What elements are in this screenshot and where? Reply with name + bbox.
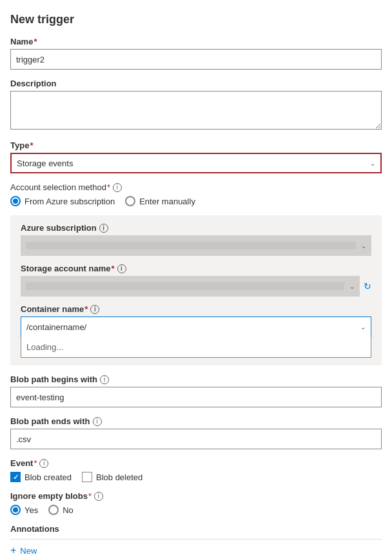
storage-account-refresh-icon[interactable]: ↻ xyxy=(364,281,371,291)
ignore-empty-blobs-label: Ignore empty blobs xyxy=(10,491,88,501)
event-info-icon[interactable]: i xyxy=(39,459,48,468)
account-selection-radio-group: From Azure subscription Enter manually xyxy=(10,196,382,206)
annotations-label: Annotations xyxy=(10,524,382,534)
blob-path-begins-input[interactable] xyxy=(10,387,382,407)
radio-enter-manually[interactable]: Enter manually xyxy=(125,196,195,206)
radio-enter-manually-label: Enter manually xyxy=(139,197,195,206)
type-dropdown[interactable]: Storage events ⌄ xyxy=(10,153,382,173)
azure-subscription-bar xyxy=(26,242,356,249)
account-selection-info-icon[interactable]: i xyxy=(113,183,122,192)
blob-path-ends-info-icon[interactable]: i xyxy=(93,417,102,426)
blob-path-begins-info-icon[interactable]: i xyxy=(100,375,109,384)
container-name-label: Container name * i xyxy=(21,304,371,314)
radio-enter-manually-circle xyxy=(125,196,135,206)
type-label: Type* xyxy=(10,141,382,150)
page-title: New trigger xyxy=(10,13,382,26)
blob-path-begins-field-group: Blob path begins with i xyxy=(10,375,382,407)
description-field-group: Description xyxy=(10,79,382,131)
annotations-divider xyxy=(10,539,382,540)
radio-yes-circle xyxy=(10,505,21,515)
blob-deleted-label: Blob deleted xyxy=(96,472,142,482)
blob-created-label: Blob created xyxy=(24,472,72,482)
description-input[interactable] xyxy=(10,91,382,130)
radio-yes-label: Yes xyxy=(24,505,38,515)
annotations-field-group: Annotations + New xyxy=(10,524,382,555)
container-name-dropdown[interactable]: /containername/ ⌄ xyxy=(21,316,371,337)
storage-account-field-group: Storage account name * i ⌄ ↻ xyxy=(21,264,371,297)
storage-account-chevron-icon: ⌄ xyxy=(349,283,355,290)
type-chevron-icon: ⌄ xyxy=(370,160,375,167)
blob-path-begins-label: Blob path begins with xyxy=(10,375,97,384)
storage-account-label: Storage account name * i xyxy=(21,264,371,273)
radio-no-circle xyxy=(48,505,59,515)
radio-no-label: No xyxy=(63,505,74,515)
radio-from-azure-label: From Azure subscription xyxy=(24,197,115,206)
type-field-group: Type* Storage events ⌄ xyxy=(10,141,382,173)
name-label: Name* xyxy=(10,37,382,46)
container-name-value: /containername/ xyxy=(26,322,86,332)
event-checkbox-group: Blob created Blob deleted xyxy=(10,472,382,482)
container-name-field-group: Container name * i /containername/ ⌄ Loa… xyxy=(21,304,371,358)
event-label: Event xyxy=(10,458,33,468)
storage-account-bar xyxy=(26,282,344,290)
add-annotation-label: New xyxy=(20,546,37,556)
container-name-info-icon[interactable]: i xyxy=(90,305,99,314)
blob-created-checkbox-item[interactable]: Blob created xyxy=(10,472,72,482)
azure-subscription-info-icon[interactable]: i xyxy=(99,224,108,233)
blob-created-checkbox[interactable] xyxy=(10,472,21,482)
blob-deleted-checkbox[interactable] xyxy=(82,472,92,482)
type-value: Storage events xyxy=(17,159,73,168)
azure-subscription-label: Azure subscription i xyxy=(21,223,371,233)
azure-subscription-field-group: Azure subscription i ⌄ xyxy=(21,223,371,256)
ignore-empty-blobs-radio-group: Yes No xyxy=(10,505,382,515)
radio-from-azure[interactable]: From Azure subscription xyxy=(10,196,115,206)
azure-subscription-chevron-icon: ⌄ xyxy=(361,242,366,249)
storage-account-dropdown[interactable]: ⌄ xyxy=(21,276,360,297)
azure-subscription-dropdown[interactable]: ⌄ xyxy=(21,235,371,256)
description-label: Description xyxy=(10,79,382,88)
add-plus-icon: + xyxy=(10,545,16,555)
blob-path-ends-field-group: Blob path ends with i xyxy=(10,416,382,449)
container-loading-dropdown: Loading... xyxy=(21,337,371,358)
container-chevron-icon: ⌄ xyxy=(360,324,366,331)
storage-account-info-icon[interactable]: i xyxy=(117,264,126,273)
account-selection-label: Account selection method xyxy=(10,182,106,192)
name-input[interactable] xyxy=(10,49,382,70)
ignore-empty-blobs-info-icon[interactable]: i xyxy=(94,492,103,501)
blob-path-ends-input[interactable] xyxy=(10,429,382,449)
radio-yes[interactable]: Yes xyxy=(10,505,38,515)
radio-from-azure-circle xyxy=(10,196,21,206)
ignore-empty-blobs-field-group: Ignore empty blobs * i Yes No xyxy=(10,491,382,515)
name-field-group: Name* xyxy=(10,37,382,70)
blob-deleted-checkbox-item[interactable]: Blob deleted xyxy=(82,472,142,482)
account-selection-field-group: Account selection method * i From Azure … xyxy=(10,182,382,206)
radio-no[interactable]: No xyxy=(48,505,74,515)
event-field-group: Event * i Blob created Blob deleted xyxy=(10,458,382,482)
add-annotation-button[interactable]: + New xyxy=(10,545,37,555)
container-dropdown-wrapper: /containername/ ⌄ Loading... xyxy=(21,316,371,358)
blob-path-ends-label: Blob path ends with xyxy=(10,416,90,426)
subscription-section: Azure subscription i ⌄ Storage account n… xyxy=(10,215,382,365)
